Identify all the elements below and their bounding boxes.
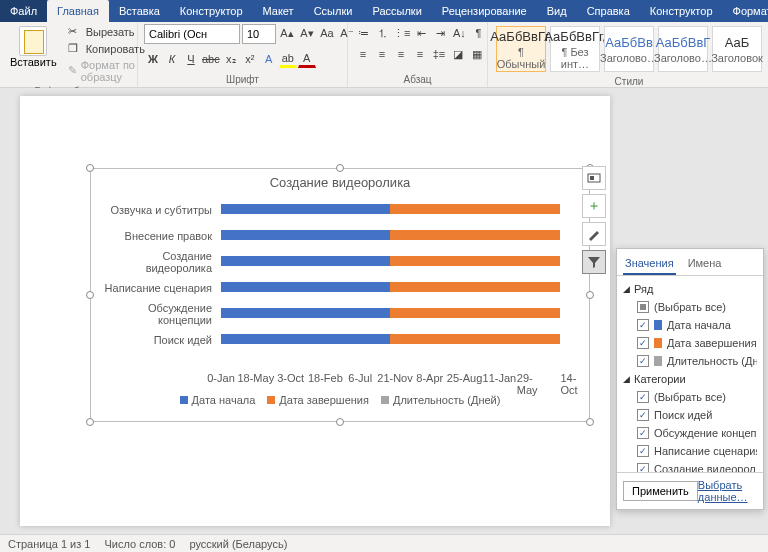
filter-item[interactable]: ✓Написание сценария <box>623 442 757 460</box>
group-label-paragraph: Абзац <box>354 72 481 87</box>
outdent-button[interactable]: ⇤ <box>412 24 430 42</box>
bar-segment[interactable] <box>390 308 559 318</box>
legend-item[interactable]: Длительность (Дней) <box>381 394 500 406</box>
align-left-button[interactable]: ≡ <box>354 45 372 63</box>
layout-options-button[interactable] <box>582 166 606 190</box>
bar-segment[interactable] <box>390 230 559 240</box>
filter-list: ◢Ряд(Выбрать все)✓Дата начала✓Дата завер… <box>617 276 763 472</box>
chart-title[interactable]: Создание видеоролика <box>91 169 589 196</box>
bar-segment[interactable] <box>221 334 390 344</box>
sort-button[interactable]: A↓ <box>450 24 468 42</box>
group-label-styles: Стили <box>494 74 764 89</box>
legend-item[interactable]: Дата завершения <box>267 394 369 406</box>
align-center-button[interactable]: ≡ <box>373 45 391 63</box>
tab-главная[interactable]: Главная <box>47 0 109 22</box>
multilevel-button[interactable]: ⋮≡ <box>392 24 411 42</box>
indent-button[interactable]: ⇥ <box>431 24 449 42</box>
bar-segment[interactable] <box>221 308 390 318</box>
page: Создание видеоролика Озвучка и субтитрыВ… <box>20 96 610 526</box>
font-size-input[interactable] <box>242 24 276 44</box>
chart-object[interactable]: Создание видеоролика Озвучка и субтитрыВ… <box>90 168 590 422</box>
strike-button[interactable]: abc <box>201 50 221 68</box>
pane-tab-values[interactable]: Значения <box>623 253 676 275</box>
copy-button[interactable]: ❐Копировать <box>65 41 148 57</box>
apply-button[interactable]: Применить <box>623 481 698 501</box>
tab-вставка[interactable]: Вставка <box>109 0 170 22</box>
filter-item[interactable]: ✓Обсуждение концеп… <box>623 424 757 442</box>
bar-segment[interactable] <box>221 256 390 266</box>
page-status[interactable]: Страница 1 из 1 <box>8 538 90 550</box>
filter-item[interactable]: ✓Длительность (Дн… <box>623 352 757 370</box>
plot-area <box>221 196 569 372</box>
tab-файл[interactable]: Файл <box>0 0 47 22</box>
bar-segment[interactable] <box>390 204 559 214</box>
bold-button[interactable]: Ж <box>144 50 162 68</box>
bar-segment[interactable] <box>390 256 559 266</box>
filter-item[interactable]: ✓(Выбрать все) <box>623 388 757 406</box>
tab-конструктор[interactable]: Конструктор <box>170 0 253 22</box>
tab-вид[interactable]: Вид <box>537 0 577 22</box>
bullets-button[interactable]: ≔ <box>354 24 372 42</box>
bar-segment[interactable] <box>221 282 390 292</box>
filter-group[interactable]: ◢Категории <box>623 370 757 388</box>
filter-item[interactable]: (Выбрать все) <box>623 298 757 316</box>
font-color-button[interactable]: A <box>298 50 316 68</box>
shrink-font-button[interactable]: A▾ <box>298 24 316 42</box>
tab-рецензирование[interactable]: Рецензирование <box>432 0 537 22</box>
style-¶ Без инт…[interactable]: АаБбВвГг,¶ Без инт… <box>550 26 600 72</box>
bar-segment[interactable] <box>221 230 390 240</box>
borders-button[interactable]: ▦ <box>468 45 486 63</box>
language-status[interactable]: русский (Беларусь) <box>189 538 287 550</box>
underline-button[interactable]: Ч <box>182 50 200 68</box>
style-¶ Обычный[interactable]: АаБбВвГг,¶ Обычный <box>496 26 546 72</box>
paste-button[interactable]: Вставить <box>6 24 61 70</box>
bar-row <box>221 248 569 274</box>
justify-button[interactable]: ≡ <box>411 45 429 63</box>
tab-макет[interactable]: Макет <box>253 0 304 22</box>
chart-floating-buttons: ＋ <box>582 166 606 274</box>
filter-item[interactable]: ✓Поиск идей <box>623 406 757 424</box>
change-case-button[interactable]: Aa <box>318 24 336 42</box>
filter-group[interactable]: ◢Ряд <box>623 280 757 298</box>
superscript-button[interactable]: x² <box>241 50 259 68</box>
align-right-button[interactable]: ≡ <box>392 45 410 63</box>
chart-styles-button[interactable] <box>582 222 606 246</box>
legend-item[interactable]: Дата начала <box>180 394 256 406</box>
bar-segment[interactable] <box>390 282 559 292</box>
pane-tab-names[interactable]: Имена <box>686 253 724 275</box>
brush-icon: ✎ <box>68 64 77 78</box>
tab-рассылки[interactable]: Рассылки <box>362 0 431 22</box>
bar-segment[interactable] <box>221 204 390 214</box>
grow-font-button[interactable]: A▴ <box>278 24 296 42</box>
filter-item[interactable]: ✓Дата начала <box>623 316 757 334</box>
style-Заголово…[interactable]: АаБбВвЗаголово… <box>604 26 654 72</box>
tab-ссылки[interactable]: Ссылки <box>304 0 363 22</box>
word-count[interactable]: Число слов: 0 <box>104 538 175 550</box>
shading-button[interactable]: ◪ <box>449 45 467 63</box>
x-axis: 0-Jan18-May3-Oct18-Feb6-Jul21-Nov8-Apr25… <box>221 372 569 390</box>
select-data-link[interactable]: Выбрать данные… <box>698 479 757 503</box>
style-Заголовок[interactable]: АаБЗаголовок <box>712 26 762 72</box>
bar-segment[interactable] <box>390 334 559 344</box>
line-spacing-button[interactable]: ‡≡ <box>430 45 448 63</box>
highlight-button[interactable]: ab <box>279 50 297 68</box>
filter-item[interactable]: ✓Создание видеорол… <box>623 460 757 472</box>
styles-gallery[interactable]: АаБбВвГг,¶ ОбычныйАаБбВвГг,¶ Без инт…АаБ… <box>494 24 764 74</box>
font-name-input[interactable] <box>144 24 240 44</box>
show-marks-button[interactable]: ¶ <box>469 24 487 42</box>
style-Заголово…[interactable]: АаБбВвГЗаголово… <box>658 26 708 72</box>
italic-button[interactable]: К <box>163 50 181 68</box>
tab-конструктор[interactable]: Конструктор <box>640 0 723 22</box>
chart-elements-button[interactable]: ＋ <box>582 194 606 218</box>
numbering-button[interactable]: ⒈ <box>373 24 391 42</box>
format-painter-button[interactable]: ✎Формат по образцу <box>65 58 148 84</box>
filter-item[interactable]: ✓Дата завершения <box>623 334 757 352</box>
tab-справка[interactable]: Справка <box>577 0 640 22</box>
subscript-button[interactable]: x₂ <box>222 50 240 68</box>
chart-filter-button[interactable] <box>582 250 606 274</box>
tab-формат[interactable]: Формат <box>723 0 768 22</box>
bar-row <box>221 326 569 352</box>
text-effect-button[interactable]: A <box>260 50 278 68</box>
cut-button[interactable]: ✂Вырезать <box>65 24 148 40</box>
y-axis-labels: Озвучка и субтитрыВнесение правокСоздани… <box>103 197 218 353</box>
